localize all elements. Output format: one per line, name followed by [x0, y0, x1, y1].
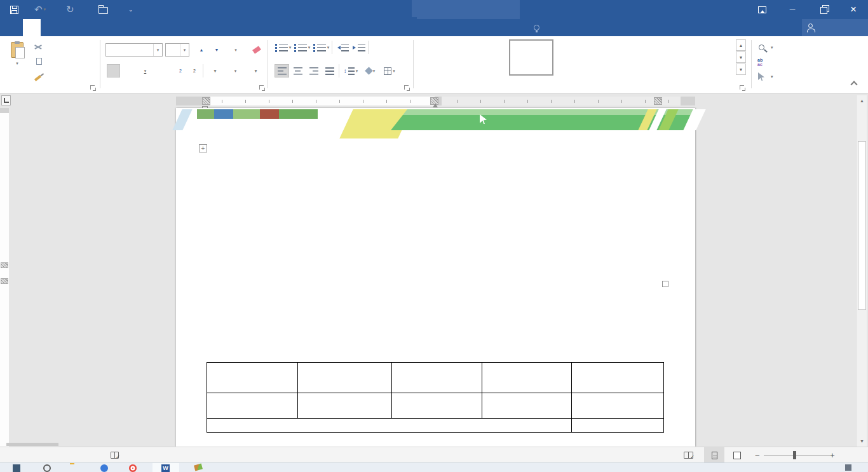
text-effects-button[interactable]: ▾	[206, 64, 223, 78]
search-icon[interactable]	[43, 464, 51, 472]
show-marks-button[interactable]	[389, 41, 402, 54]
font-size-combo[interactable]: ▾	[165, 43, 189, 57]
paste-button[interactable]: ▾	[3, 38, 32, 86]
grow-font-button[interactable]: ▲	[194, 43, 208, 57]
shading-button[interactable]: ▾	[362, 64, 379, 78]
tab-archivo[interactable]	[5, 19, 23, 36]
cut-button[interactable]	[34, 40, 46, 53]
zoom-in-button[interactable]: +	[830, 447, 835, 463]
clipboard-dialog-launcher[interactable]	[90, 85, 96, 91]
justify-button[interactable]	[322, 64, 337, 78]
style-titulo1[interactable]	[463, 39, 508, 76]
paragraph-dialog-launcher[interactable]	[404, 85, 410, 91]
bold-button[interactable]	[107, 64, 120, 78]
copy-button[interactable]	[34, 55, 45, 68]
increase-indent-button[interactable]	[351, 41, 366, 54]
save-button[interactable]	[10, 0, 18, 19]
strikethrough-button[interactable]	[156, 64, 172, 78]
word-app-icon[interactable]: W	[161, 464, 170, 472]
horizontal-scrollbar-thumb[interactable]	[6, 443, 58, 446]
borders-button[interactable]: ▾	[381, 64, 398, 78]
tray-icon[interactable]	[845, 464, 851, 471]
align-center-button[interactable]	[290, 64, 305, 78]
numbering-button[interactable]: ▾	[294, 41, 311, 54]
edge-browser-icon[interactable]	[100, 464, 108, 472]
format-painter-button[interactable]	[34, 69, 44, 83]
sort-button[interactable]	[371, 41, 386, 54]
collapse-ribbon-button[interactable]	[851, 82, 857, 87]
taskbar-app-icon[interactable]	[194, 464, 203, 471]
tell-me-box[interactable]	[534, 19, 543, 36]
font-color-button[interactable]: ▾	[247, 64, 264, 78]
tab-table-design[interactable]	[416, 0, 433, 17]
shrink-font-button[interactable]: ▼	[209, 43, 223, 57]
share-button[interactable]	[802, 19, 868, 36]
tab-inicio[interactable]	[23, 19, 41, 36]
table-move-handle[interactable]: +	[199, 144, 207, 152]
font-dialog-launcher[interactable]	[259, 85, 265, 91]
proofing-button[interactable]	[111, 447, 119, 463]
align-left-button[interactable]	[275, 64, 289, 78]
tab-vista[interactable]	[147, 19, 165, 36]
qat-customize-button[interactable]: ⌄	[128, 0, 133, 19]
redo-button[interactable]: ↻	[66, 0, 74, 19]
tab-stop-selector[interactable]	[1, 95, 11, 105]
highlight-button[interactable]: ▾	[225, 64, 245, 78]
styles-more-button[interactable]: ▼	[736, 64, 746, 75]
document-page[interactable]: +	[176, 108, 695, 447]
style-titulo5[interactable]	[692, 39, 736, 76]
ribbon-display-options-button[interactable]	[750, 0, 774, 19]
zoom-slider-thumb[interactable]	[793, 451, 796, 459]
font-name-combo[interactable]: ▾	[105, 43, 163, 57]
undo-button[interactable]: ↶▾	[34, 0, 46, 19]
style-titulo2-selected[interactable]	[509, 39, 553, 76]
line-spacing-button[interactable]: ↕▾	[342, 64, 360, 78]
styles-dialog-launcher[interactable]	[740, 85, 745, 91]
change-case-button[interactable]: ▾	[226, 43, 245, 57]
italic-button[interactable]	[121, 64, 135, 78]
clear-formatting-button[interactable]	[249, 43, 264, 57]
read-mode-button[interactable]	[684, 447, 693, 463]
restore-button[interactable]	[811, 0, 835, 19]
table-row-marker[interactable]	[1, 262, 8, 268]
find-button[interactable]: ▾	[759, 41, 773, 54]
right-indent-marker[interactable]	[433, 101, 438, 107]
tab-insertar[interactable]	[41, 19, 58, 36]
select-button[interactable]: ▾	[758, 70, 773, 83]
scrollbar-thumb[interactable]	[858, 141, 866, 310]
style-sin-espaciado[interactable]	[646, 39, 691, 76]
zoom-slider-track[interactable]	[764, 455, 830, 455]
tab-revisar[interactable]	[130, 19, 147, 36]
tab-diseno[interactable]	[58, 19, 76, 36]
subscript-button[interactable]: 2	[173, 64, 186, 78]
superscript-button[interactable]: 2	[187, 64, 200, 78]
close-button[interactable]: ×	[841, 0, 865, 19]
chrome-browser-icon[interactable]	[129, 464, 137, 472]
tab-formato[interactable]	[76, 19, 94, 36]
tab-correspondencia[interactable]	[112, 19, 130, 36]
print-layout-button[interactable]	[704, 447, 724, 463]
underline-button[interactable]: ▾	[136, 64, 153, 78]
style-titulo4[interactable]	[600, 39, 645, 76]
scroll-down-button[interactable]: ▼	[857, 436, 867, 447]
open-button[interactable]	[98, 0, 108, 19]
replace-button[interactable]: abac	[757, 55, 766, 69]
table-column-marker[interactable]	[202, 97, 210, 105]
scroll-up-button[interactable]: ▲	[857, 95, 867, 106]
decrease-indent-button[interactable]	[335, 41, 349, 54]
vertical-scrollbar[interactable]: ▲ ▼	[856, 95, 867, 447]
minimize-button[interactable]: ─	[780, 0, 804, 19]
fuel-order-table[interactable]	[207, 362, 664, 433]
zoom-out-button[interactable]: −	[755, 447, 760, 463]
style-normal[interactable]	[417, 39, 462, 76]
table-column-marker[interactable]	[654, 97, 662, 105]
windows-start-icon[interactable]	[13, 464, 20, 472]
styles-scroll-down-button[interactable]: ▼	[736, 51, 746, 63]
multilevel-list-button[interactable]: ▾	[313, 41, 330, 54]
table-row-marker[interactable]	[1, 278, 8, 284]
align-right-button[interactable]	[306, 64, 321, 78]
bullets-button[interactable]: ▾	[275, 41, 292, 54]
tab-referencias[interactable]	[94, 19, 112, 36]
style-titulo3[interactable]	[555, 39, 599, 76]
styles-scroll-up-button[interactable]: ▲	[736, 39, 746, 51]
